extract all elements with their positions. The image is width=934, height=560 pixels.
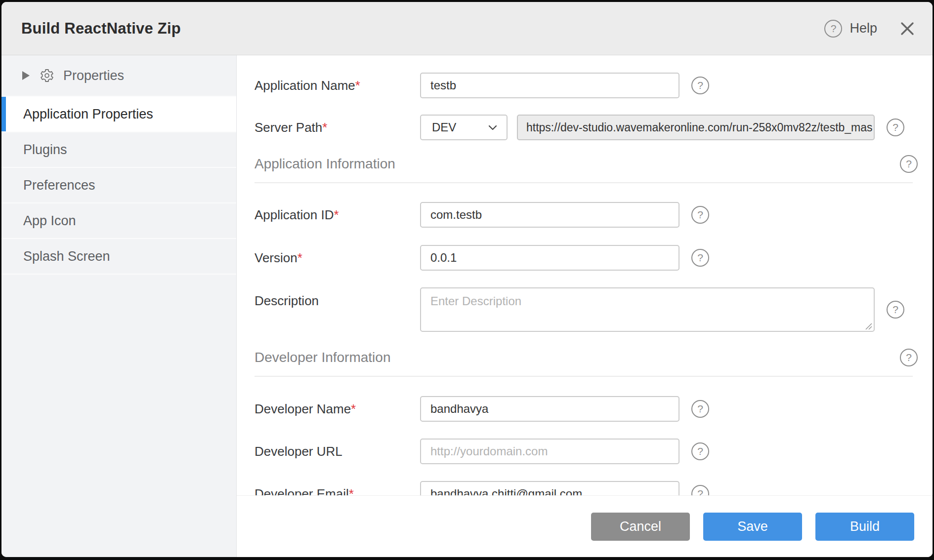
save-button[interactable]: Save: [703, 513, 802, 541]
gear-icon: [40, 68, 54, 83]
form-content: Application Name* ? Server Path* DEV htt…: [237, 55, 933, 495]
dialog-title: Build ReactNative Zip: [21, 20, 181, 38]
close-button[interactable]: [899, 20, 916, 37]
sidebar-item-label: Splash Screen: [23, 249, 110, 264]
chevron-down-icon: [487, 121, 499, 133]
server-path-label: Server Path*: [255, 120, 420, 135]
developer-url-help-icon[interactable]: ?: [691, 442, 709, 460]
section-divider: [255, 376, 913, 377]
version-help-icon[interactable]: ?: [691, 249, 709, 267]
section-divider: [255, 182, 913, 183]
developer-url-input[interactable]: [420, 439, 679, 464]
server-path-url-field: https://dev-studio.wavemakeronline.com/r…: [517, 115, 875, 140]
description-label: Description: [255, 287, 420, 309]
sidebar: Properties Application Properties Plugin…: [1, 55, 237, 557]
dialog-footer: Cancel Save Build: [237, 495, 933, 557]
help-label: Help: [849, 21, 877, 36]
developer-email-label: Developer Email*: [255, 486, 420, 496]
application-id-row: Application ID* ?: [255, 202, 709, 228]
sidebar-item-label: App Icon: [23, 213, 76, 229]
build-button[interactable]: Build: [815, 513, 914, 541]
application-information-help-icon[interactable]: ?: [900, 155, 918, 173]
close-icon: [900, 21, 915, 36]
sidebar-item-label: Preferences: [23, 178, 95, 193]
section-title: Developer Information: [255, 350, 390, 365]
required-marker: *: [334, 207, 339, 222]
sidebar-item-app-icon[interactable]: App Icon: [1, 203, 236, 239]
sidebar-group-properties[interactable]: Properties: [1, 55, 236, 97]
version-row: Version* ?: [255, 245, 709, 271]
sidebar-item-application-properties[interactable]: Application Properties: [1, 97, 236, 132]
application-name-row: Application Name* ?: [255, 73, 709, 98]
server-path-row: Server Path* DEV https://dev-studio.wave…: [255, 115, 904, 140]
developer-url-row: Developer URL ?: [255, 439, 709, 464]
expand-triangle-icon: [22, 71, 30, 80]
developer-information-section-header: Developer Information ?: [255, 348, 918, 367]
description-help-icon[interactable]: ?: [887, 301, 904, 319]
sidebar-item-preferences[interactable]: Preferences: [1, 168, 236, 203]
application-name-input[interactable]: [420, 73, 679, 98]
sidebar-group-label: Properties: [63, 68, 124, 83]
developer-information-help-icon[interactable]: ?: [900, 349, 918, 366]
developer-name-input[interactable]: [420, 396, 679, 422]
application-name-help-icon[interactable]: ?: [691, 77, 709, 94]
description-textarea[interactable]: [420, 287, 875, 332]
required-marker: *: [322, 120, 327, 135]
sidebar-item-splash-screen[interactable]: Splash Screen: [1, 239, 236, 275]
version-label: Version*: [255, 250, 420, 266]
developer-name-help-icon[interactable]: ?: [691, 400, 709, 418]
developer-email-row: Developer Email* ?: [255, 481, 709, 495]
developer-name-row: Developer Name* ?: [255, 396, 709, 422]
description-row: Description ?: [255, 287, 904, 334]
sidebar-item-plugins[interactable]: Plugins: [1, 132, 236, 168]
application-id-input[interactable]: [420, 202, 679, 228]
server-path-selected-value: DEV: [432, 120, 456, 134]
application-id-label: Application ID*: [255, 207, 420, 223]
cancel-button[interactable]: Cancel: [591, 513, 690, 541]
application-name-label: Application Name*: [255, 78, 420, 93]
version-input[interactable]: [420, 245, 679, 271]
required-marker: *: [297, 250, 302, 265]
help-button[interactable]: ? Help: [824, 20, 877, 38]
sidebar-item-label: Application Properties: [23, 107, 153, 122]
developer-email-input[interactable]: [420, 481, 679, 495]
application-id-help-icon[interactable]: ?: [691, 206, 709, 224]
developer-url-label: Developer URL: [255, 444, 420, 459]
developer-email-help-icon[interactable]: ?: [691, 485, 709, 495]
required-marker: *: [351, 401, 356, 416]
application-information-section-header: Application Information ?: [255, 154, 918, 174]
required-marker: *: [349, 486, 354, 496]
dialog-header: Build ReactNative Zip ? Help: [1, 2, 933, 55]
developer-name-label: Developer Name*: [255, 401, 420, 417]
help-question-icon[interactable]: ?: [824, 20, 842, 38]
section-title: Application Information: [255, 156, 395, 172]
server-path-select[interactable]: DEV: [420, 115, 508, 140]
server-path-help-icon[interactable]: ?: [887, 119, 904, 136]
build-reactnative-zip-dialog: Build ReactNative Zip ? Help: [1, 2, 933, 557]
required-marker: *: [355, 78, 360, 93]
sidebar-item-label: Plugins: [23, 142, 67, 158]
